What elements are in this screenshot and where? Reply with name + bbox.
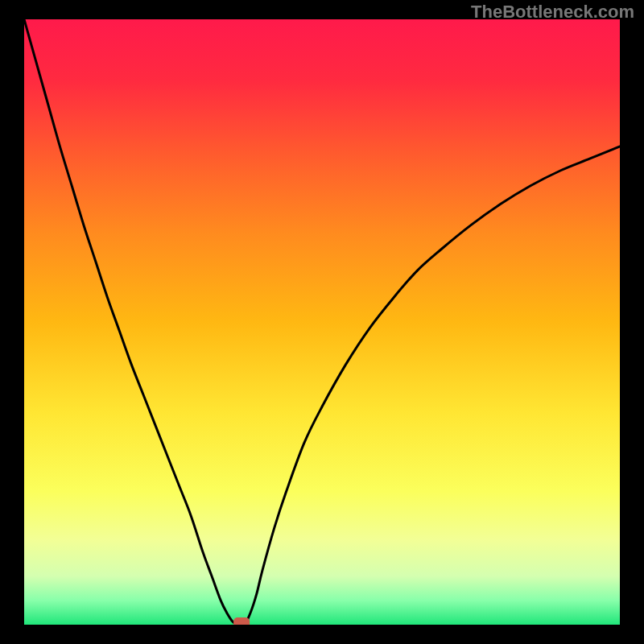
app-root: TheBottleneck.com: [0, 0, 644, 644]
watermark-text: TheBottleneck.com: [471, 2, 634, 23]
plot-area: [24, 19, 620, 625]
minimum-marker: [233, 617, 250, 625]
gradient-background: [24, 19, 620, 625]
bottleneck-chart: [24, 19, 620, 625]
